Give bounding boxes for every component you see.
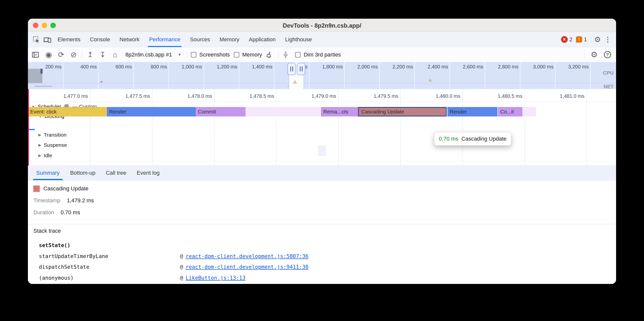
tab-network[interactable]: Network [115,32,144,47]
error-badge[interactable]: ✕ 2 [561,36,572,43]
tabbar-right-cluster: ✕ 2 ! 1 ⚙ ⋮ [561,32,614,47]
event-bar-cascading-update[interactable]: Cascading Update [358,107,446,117]
clear-button[interactable]: ⊘ [69,51,78,58]
lane-suspense[interactable]: ▶ Suspense [38,142,67,148]
screenshot-placeholder [318,146,326,156]
chevron-down-icon: ▾ [178,52,181,57]
memory-checkbox[interactable]: Memory [234,51,262,58]
summary-row: Duration0.70 ms [34,209,616,216]
upload-profile-icon[interactable]: ↥ [86,51,94,58]
collapse-triangle-icon[interactable]: ▶ [38,153,41,158]
source-location-link[interactable]: react-dom-client.development.js:9411:30 [186,264,308,270]
row-separator [28,161,616,161]
screenshots-checkbox[interactable]: Screenshots [191,51,230,58]
memory-label: Memory [242,51,262,58]
overview-tick: 3,000 ms [520,62,555,70]
stack-frame: dispatchSetState@react-dom-client.develo… [39,264,308,271]
reload-and-record-button[interactable]: ⟳ [57,51,65,58]
window-titlebar: DevTools - 8p2n9n.csb.app/ [28,19,616,32]
dim-3rd-parties-label: Dim 3rd parties [304,51,341,58]
tab-elements[interactable]: Elements [53,32,85,47]
device-toolbar-icon[interactable] [42,32,53,47]
tab-performance[interactable]: Performance [144,32,185,47]
tab-application[interactable]: Application [244,32,280,47]
inspect-element-icon[interactable] [31,32,42,47]
tab-lighthouse[interactable]: Lighthouse [280,32,317,47]
overview-tick: 2,800 ms [485,62,520,70]
network-lane [28,83,616,89]
track-indicator [28,129,35,130]
lane-transition-label: Transition [44,132,66,138]
performance-toolbar: ◉ ⟳ ⊘ ↥ ↧ ⌂ 8p2n9n.csb.app #1 ▾ Screensh… [28,47,616,62]
overview-tick: 2,200 ms [379,62,414,70]
warning-count: 1 [584,36,587,43]
tab-summary[interactable]: Summary [31,166,65,180]
selection-right-handle[interactable] [297,63,305,75]
selection-left-handle[interactable] [287,63,296,75]
devtools-window: DevTools - 8p2n9n.csb.app/ ElementsConso… [28,19,616,284]
lane-idle-label: Idle [44,153,52,159]
overview-tick: 1,000 ms [168,62,204,70]
event-bar-label: Render [107,109,126,115]
record-button[interactable]: ◉ [44,51,53,58]
download-profile-icon[interactable]: ↧ [98,51,107,58]
lane-idle[interactable]: ▶ Idle [38,153,52,159]
help-icon[interactable]: ? [604,51,611,58]
tab-memory[interactable]: Memory [215,32,244,47]
overview-tick: 600 ms [98,62,133,70]
source-location-link[interactable]: react-dom-client.development.js:5807:36 [186,253,308,259]
checkbox-box [191,52,196,57]
stack-frame: setState() [39,242,180,249]
source-location-link[interactable]: LikeButton.js:13:13 [186,275,246,281]
event-bar-render[interactable]: Render [107,107,196,117]
net-lane-label: NET [604,84,614,89]
tab-bottom-up[interactable]: Bottom-up [65,166,101,180]
stack-trace-title: Stack trace [34,228,61,234]
summary-legend: Cascading Update [34,185,616,192]
collapse-sections-icon[interactable] [282,51,291,58]
event-bar-commit[interactable]: Commit [196,107,246,117]
event-bar-co-it[interactable]: Co...it [498,107,522,117]
lane-transition[interactable]: ▶ Transition [38,132,66,138]
event-bar[interactable] [246,107,321,117]
stack-trace-panel: Stack trace setState()startUpdateTimerBy… [28,224,616,284]
overview-tick: 3,200 ms [555,62,590,70]
overview-tick: 1,200 ms [204,62,239,70]
divider [187,51,187,59]
event-bar-render[interactable]: Render [447,107,498,117]
settings-gear-icon[interactable]: ⚙ [594,35,601,44]
activity-marker [100,80,103,83]
target-select-value: 8p2n9n.csb.app #1 [125,51,172,58]
event-bar-event-click[interactable]: Event: click [28,107,107,117]
stack-frame-function: dispatchSetState [39,264,180,270]
tab-event-log[interactable]: Event log [132,166,165,180]
dim-3rd-parties-checkbox[interactable]: Dim 3rd parties [295,51,341,58]
summary-row-label: Duration [34,209,54,216]
tab-console[interactable]: Console [85,32,115,47]
capture-settings-gear-icon[interactable]: ⚙ [590,51,598,58]
overview-tick: 2,000 ms [344,62,379,70]
divider [590,36,591,43]
tab-sources[interactable]: Sources [185,32,215,47]
collapse-triangle-icon[interactable]: ▶ [38,143,41,147]
timeline-overview[interactable]: 3,43,200 ms3,000 ms2,800 ms2,600 ms2,400… [28,62,616,89]
tab-call-tree[interactable]: Call tree [101,166,132,180]
warning-badge[interactable]: ! 1 [576,36,587,43]
gc-broom-icon[interactable] [266,51,274,58]
detail-tick: 1,479.0 ms [276,89,338,102]
at-symbol: @ [180,253,183,259]
event-bar-rema-cts[interactable]: Rema...cts [321,107,358,117]
selection-marker [292,80,297,84]
home-icon[interactable]: ⌂ [111,51,120,58]
toggle-sidebar-icon[interactable] [32,51,40,58]
target-select[interactable]: 8p2n9n.csb.app #1 ▾ [123,51,183,58]
flame-chart-area[interactable]: 1,477.0 ms1,477.5 ms1,478.0 ms1,478.5 ms… [28,89,616,165]
event-bar-label: Event: click [28,109,56,115]
error-count: 2 [570,36,572,43]
divider [584,51,584,59]
event-bar[interactable] [522,107,536,117]
more-options-icon[interactable]: ⋮ [604,36,611,43]
collapse-triangle-icon[interactable]: ▶ [38,133,41,137]
overview-tick: 1,800 ms [309,62,344,70]
screenshots-label: Screenshots [200,51,230,58]
